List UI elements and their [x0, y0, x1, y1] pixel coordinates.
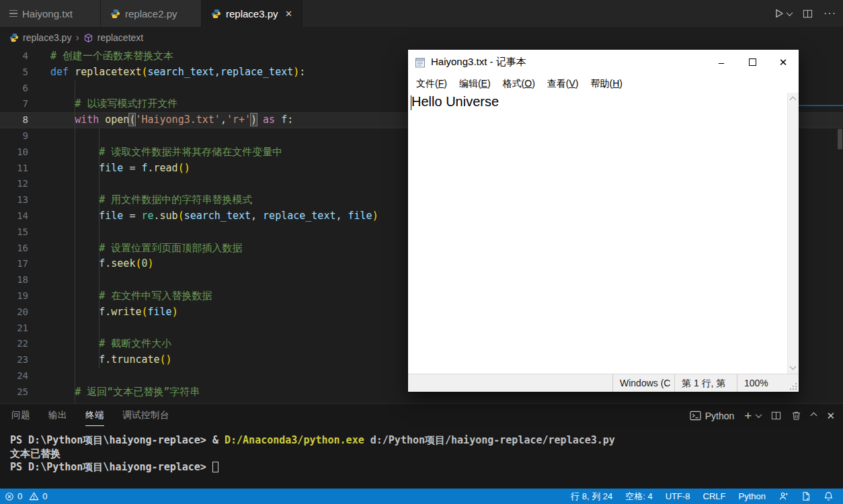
code-token: truncate — [111, 353, 159, 366]
code-token: () — [178, 162, 190, 174]
code-token: 'Haiyong3.txt' — [135, 114, 220, 126]
shell-selector[interactable]: Python — [690, 411, 735, 421]
breadcrumb-file[interactable]: replace3.py — [23, 32, 71, 43]
notepad-app-icon — [414, 56, 426, 69]
breadcrumb-symbol[interactable]: replacetext — [97, 32, 143, 43]
code-token — [50, 257, 99, 269]
chevron-down-icon[interactable] — [787, 9, 793, 16]
code-token: , — [335, 210, 348, 222]
panel-tabs: 问题输出终端调试控制台 — [11, 405, 169, 426]
line-number: 4 — [0, 48, 28, 65]
notepad-status-eol: Windows (C — [612, 374, 674, 392]
code-token: ) — [251, 114, 257, 126]
code-token: ) — [372, 210, 378, 222]
scroll-down-icon[interactable] — [790, 364, 797, 370]
code-token: # 设置位置到页面顶部插入数据 — [99, 242, 242, 254]
menu-item-h[interactable]: 帮助(H) — [585, 76, 629, 92]
notepad-content[interactable]: Hello Universe — [411, 94, 499, 110]
code-token: replace_text — [263, 210, 335, 222]
chevron-down-icon[interactable] — [756, 411, 762, 418]
editor-actions: ··· — [774, 0, 836, 27]
terminal-icon — [690, 411, 701, 421]
panel-tab[interactable]: 问题 — [11, 405, 30, 426]
code-token: as — [263, 114, 275, 126]
line-number: 14 — [0, 208, 28, 224]
code-token: # 在文件中写入替换数据 — [99, 290, 212, 302]
minimize-icon[interactable]: – — [706, 50, 737, 75]
indentation[interactable]: 空格: 4 — [625, 491, 652, 503]
problems-summary[interactable]: 0 0 — [0, 491, 47, 501]
eol-sequence[interactable]: CRLF — [703, 491, 726, 501]
code-token: , — [220, 114, 227, 126]
tab-replace3-py[interactable]: replace3.py ✕ — [202, 0, 303, 27]
line-number: 24 — [0, 368, 28, 384]
line-number: 9 — [0, 128, 28, 144]
code-token: f — [281, 114, 287, 126]
split-terminal-icon[interactable] — [771, 411, 781, 421]
menu-item-e[interactable]: 编辑(E) — [453, 76, 497, 92]
code-token: . — [105, 306, 111, 318]
code-token: file — [348, 210, 372, 222]
line-number: 19 — [0, 288, 28, 304]
encoding[interactable]: UTF-8 — [666, 491, 690, 501]
code-token: search_text — [148, 66, 214, 78]
code-token — [50, 162, 99, 174]
language-mode[interactable]: Python — [739, 491, 766, 501]
code-token: . — [105, 257, 111, 269]
code-token — [50, 290, 99, 302]
panel-tab[interactable]: 调试控制台 — [122, 405, 169, 426]
editor-scrollbar[interactable] — [838, 129, 842, 149]
code-token: with — [75, 114, 99, 126]
scroll-up-icon[interactable] — [790, 97, 797, 103]
code-token: write — [111, 306, 141, 318]
menu-item-o[interactable]: 格式(O) — [497, 76, 541, 92]
menu-item-v[interactable]: 查看(V) — [541, 76, 585, 92]
line-number: 18 — [0, 272, 28, 288]
code-token: . — [105, 353, 111, 366]
more-actions-icon[interactable]: ··· — [824, 7, 836, 19]
code-token: f — [141, 162, 147, 174]
maximize-panel-icon[interactable] — [811, 413, 817, 419]
split-editor-icon[interactable] — [803, 9, 813, 19]
resize-grip[interactable] — [788, 374, 799, 392]
close-panel-icon[interactable]: ✕ — [826, 410, 835, 422]
code-token: , — [251, 210, 263, 222]
line-number: 11 — [0, 161, 28, 177]
code-token: # 截断文件大小 — [99, 337, 171, 349]
notepad-text-area[interactable]: Hello Universe — [408, 93, 799, 374]
bell-icon[interactable] — [824, 491, 834, 501]
notepad-scrollbar[interactable] — [787, 93, 799, 374]
terminal-token: d:/Python项目/haiyong-replace/replace3.py — [364, 434, 615, 446]
kill-terminal-icon[interactable] — [791, 411, 801, 421]
code-token — [50, 114, 75, 126]
tab-haiyong-txt[interactable]: Haiyong.txt — [0, 0, 101, 27]
breadcrumb: replace3.py › replacetext — [0, 27, 407, 48]
warning-count: 0 — [42, 491, 47, 501]
code-token: seek — [111, 257, 135, 269]
maximize-icon[interactable] — [737, 50, 768, 75]
panel-tab[interactable]: 终端 — [85, 405, 104, 426]
notepad-titlebar[interactable]: Haiyong3.txt - 记事本 – ✕ — [408, 50, 799, 75]
close-icon[interactable]: ✕ — [768, 50, 799, 75]
notepad-window: Haiyong3.txt - 记事本 – ✕ 文件(F)编辑(E)格式(O)查看… — [408, 50, 799, 392]
run-icon[interactable] — [774, 8, 785, 19]
tab-replace2-py[interactable]: replace2.py — [101, 0, 202, 27]
notepad-window-controls: – ✕ — [706, 50, 799, 75]
new-terminal-icon[interactable]: + — [744, 409, 752, 422]
terminal-content[interactable]: PS D:\Python项目\haiyong-replace> & D:/Ana… — [10, 433, 615, 474]
code-token — [50, 146, 99, 158]
terminal-token: 文本已替换 — [10, 448, 61, 460]
panel-tab[interactable]: 输出 — [48, 405, 67, 426]
code-token: file — [99, 210, 123, 222]
code-token: # 读取文件数据并将其存储在文件变量中 — [99, 146, 282, 158]
code-token: : — [287, 114, 293, 126]
feedback-person-icon[interactable] — [778, 491, 789, 501]
txt-file-icon — [9, 10, 17, 17]
menu-item-f[interactable]: 文件(F) — [410, 76, 453, 92]
code-token: 'r+' — [227, 114, 251, 126]
file-notification-icon[interactable] — [801, 491, 811, 501]
cursor-position[interactable]: 行 8, 列 24 — [571, 491, 612, 503]
close-icon[interactable]: ✕ — [285, 9, 292, 19]
line-number: 8 — [0, 112, 28, 128]
line-number: 20 — [0, 304, 28, 321]
